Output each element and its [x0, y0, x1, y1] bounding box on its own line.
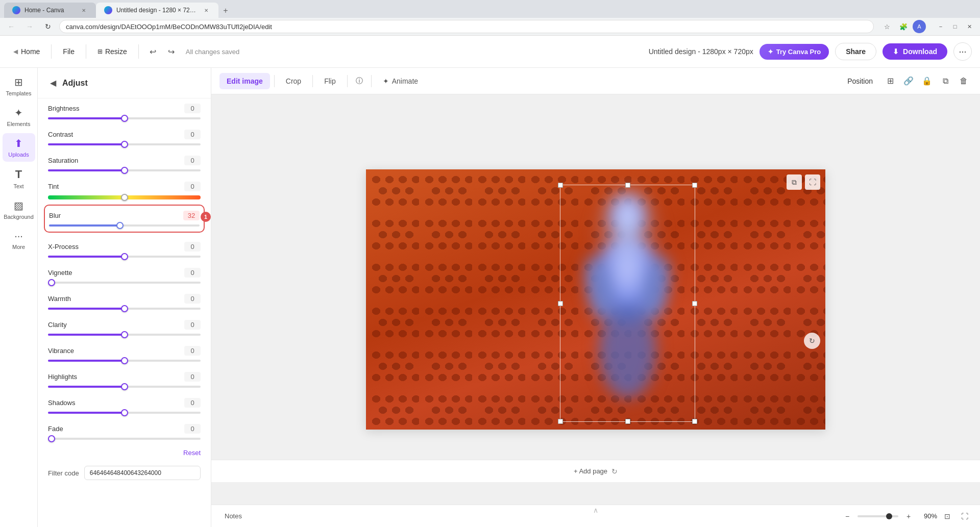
redo-button[interactable]: ↪ [163, 43, 180, 60]
handle-tm[interactable] [625, 183, 630, 188]
contrast-label: Contrast [48, 131, 73, 138]
file-button[interactable]: File [58, 44, 80, 59]
handle-bl[interactable] [558, 419, 563, 424]
fullscreen-button[interactable]: ⛶ [958, 509, 972, 523]
zoom-out-button[interactable]: − [840, 509, 854, 523]
tint-track[interactable] [48, 195, 201, 199]
filter-code-input[interactable] [84, 466, 201, 480]
clarity-track[interactable] [48, 334, 201, 336]
highlights-thumb[interactable] [121, 383, 128, 390]
handle-tl[interactable] [558, 183, 563, 188]
tab-home-close[interactable]: ✕ [80, 6, 88, 14]
blur-thumb[interactable] [116, 222, 124, 229]
handle-mr[interactable] [692, 301, 697, 306]
handle-br[interactable] [692, 419, 697, 424]
blur-track[interactable] [49, 224, 200, 227]
fade-track[interactable] [48, 438, 201, 440]
copy-icon-button[interactable]: ⧉ [937, 73, 953, 89]
canvas-copy-icon[interactable]: ⧉ [787, 174, 802, 190]
tab-home[interactable]: Home - Canva ✕ [4, 3, 96, 18]
url-bar[interactable]: canva.com/design/DAEtOOOp1mM/BeCODnOMW83… [59, 20, 874, 33]
add-page-bar[interactable]: + Add page ↻ [211, 460, 980, 482]
sidebar-item-background[interactable]: ▨ Background [3, 195, 35, 224]
reset-button[interactable]: Reset [183, 449, 201, 457]
profile-button[interactable]: A [913, 20, 926, 33]
x-process-track[interactable] [48, 256, 201, 258]
sidebar-item-text[interactable]: T Text [3, 164, 35, 193]
highlights-track[interactable] [48, 386, 201, 388]
position-label: Position [847, 77, 873, 85]
close-button[interactable]: ✕ [963, 20, 976, 33]
reload-button[interactable]: ↻ [41, 19, 55, 34]
contrast-track[interactable] [48, 143, 201, 145]
handle-bm[interactable] [625, 419, 630, 424]
saturation-track[interactable] [48, 169, 201, 171]
sidebar-item-elements[interactable]: ✦ Elements [3, 103, 35, 131]
contrast-thumb[interactable] [121, 141, 128, 148]
zoom-slider-thumb[interactable] [886, 513, 892, 519]
flip-tab[interactable]: Flip [317, 73, 343, 89]
info-button[interactable]: ⓘ [352, 72, 367, 90]
brightness-thumb[interactable] [121, 115, 128, 122]
share-button[interactable]: Share [835, 43, 876, 60]
bookmark-button[interactable]: ☆ [880, 19, 894, 34]
minimize-button[interactable]: − [934, 20, 947, 33]
download-button[interactable]: ⬇ Download [883, 43, 947, 60]
back-button[interactable]: ← [4, 19, 18, 34]
grid-icon-button[interactable]: ⊞ [882, 73, 898, 89]
zoom-slider[interactable] [857, 515, 898, 517]
shadows-label: Shadows [48, 399, 75, 407]
link-icon-button[interactable]: 🔗 [900, 73, 917, 89]
brightness-track[interactable] [48, 117, 201, 119]
edit-image-tab[interactable]: Edit image [219, 73, 270, 89]
saturation-thumb[interactable] [121, 167, 128, 174]
clarity-thumb[interactable] [121, 331, 128, 338]
x-process-thumb[interactable] [121, 253, 128, 260]
vibrance-thumb[interactable] [121, 357, 128, 364]
canvas-refresh-button[interactable]: ↻ [804, 333, 820, 349]
sidebar-item-templates[interactable]: ⊞ Templates [3, 72, 35, 101]
resize-button[interactable]: ⊞ Resize [92, 44, 132, 59]
extension-button[interactable]: 🧩 [896, 19, 911, 34]
vignette-track[interactable] [48, 282, 201, 284]
background-label: Background [4, 214, 34, 220]
crop-tab[interactable]: Crop [279, 73, 308, 89]
home-button[interactable]: ◀ Home [8, 44, 45, 59]
vignette-thumb[interactable] [48, 279, 55, 286]
shadows-thumb[interactable] [121, 409, 128, 416]
tab-favicon [12, 6, 20, 14]
try-pro-button[interactable]: ✦ Try Canva Pro [760, 44, 829, 60]
canvas-frame[interactable]: ⧉ ⛶ ↻ [366, 169, 825, 430]
undo-button[interactable]: ↩ [145, 43, 161, 60]
tab-design[interactable]: Untitled design - 1280 × 720px ✕ [96, 3, 218, 18]
warmth-thumb[interactable] [121, 305, 128, 312]
blur-label: Blur [49, 212, 61, 219]
position-button[interactable]: Position [840, 73, 880, 89]
sidebar-item-uploads[interactable]: ⬆ Uploads [3, 133, 35, 162]
notes-chevron-up[interactable]: ∧ [593, 506, 598, 514]
handle-tr[interactable] [692, 183, 697, 188]
brightness-row: Brightness 0 [38, 98, 211, 124]
warmth-track[interactable] [48, 308, 201, 310]
animate-tab[interactable]: ✦ Animate [376, 73, 425, 89]
shadows-track[interactable] [48, 412, 201, 414]
forward-button[interactable]: → [22, 19, 37, 34]
zoom-in-button[interactable]: + [901, 509, 916, 523]
blue-figure-container[interactable] [560, 185, 695, 422]
notes-button[interactable]: Notes [219, 509, 247, 523]
tab-design-close[interactable]: ✕ [202, 6, 210, 14]
fit-page-button[interactable]: ⊡ [940, 509, 954, 523]
back-to-panel-button[interactable]: ◀ [48, 76, 58, 90]
sidebar-item-more[interactable]: ··· More [3, 226, 35, 254]
delete-icon-button[interactable]: 🗑 [955, 73, 972, 89]
fade-thumb[interactable] [48, 435, 55, 442]
canvas-expand-icon[interactable]: ⛶ [805, 174, 820, 190]
lock-icon-button[interactable]: 🔒 [919, 73, 935, 89]
handle-ml[interactable] [558, 301, 563, 306]
new-tab-button[interactable]: + [218, 4, 233, 18]
vibrance-track[interactable] [48, 360, 201, 362]
brightness-fill [48, 117, 125, 119]
tint-thumb[interactable] [121, 194, 128, 201]
maximize-button[interactable]: □ [948, 20, 962, 33]
more-options-button[interactable]: ··· [953, 42, 972, 61]
